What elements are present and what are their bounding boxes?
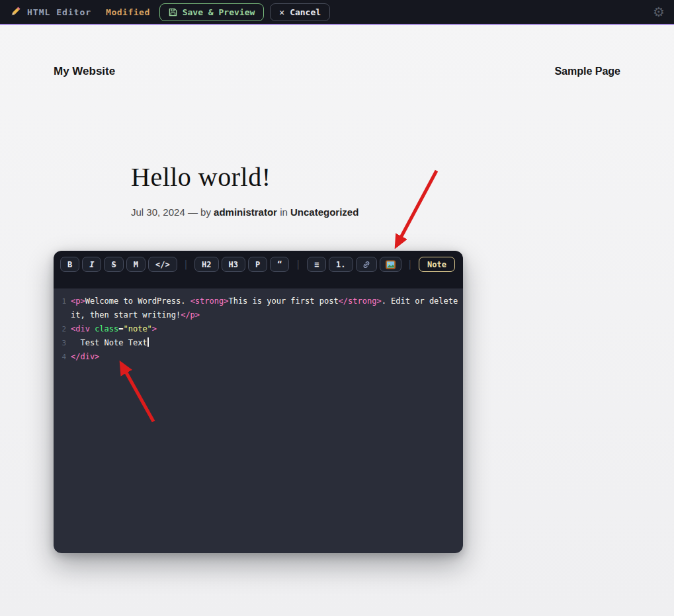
post-article: Hello world! Jul 30, 2024 — by administr… (131, 161, 541, 218)
toolbar-separator: | (183, 259, 189, 269)
cancel-button[interactable]: ✕ Cancel (270, 3, 330, 21)
post-date: Jul 30, 2024 (131, 206, 185, 218)
code-row: 4</div> (54, 350, 463, 364)
code-row: it, then start writing!</p> (54, 308, 463, 322)
modified-badge: Modified (106, 7, 150, 17)
post-category[interactable]: Uncategorized (290, 206, 358, 218)
html-editor-panel: B I S M </> | H2 H3 P “ | ≡ 1. (54, 251, 463, 553)
toolbar-separator: | (461, 259, 463, 269)
link-icon (362, 260, 371, 269)
link-button[interactable] (356, 257, 377, 272)
image-button[interactable] (380, 257, 401, 272)
meta-dash: — (188, 206, 198, 218)
paragraph-button[interactable]: P (248, 257, 267, 272)
app-title: HTML Editor (27, 7, 91, 17)
post-title: Hello world! (131, 161, 541, 193)
toolbar-separator: | (295, 259, 300, 269)
site-title: My Website (54, 65, 115, 78)
save-preview-button[interactable]: Save & Preview (159, 3, 265, 21)
heading2-button[interactable]: H2 (194, 257, 218, 272)
unordered-list-button[interactable]: ≡ (307, 257, 326, 272)
code-line[interactable]: Test Note Text (71, 336, 149, 350)
post-author[interactable]: administrator (214, 206, 277, 218)
code-button[interactable]: </> (148, 257, 177, 272)
bold-button[interactable]: B (60, 257, 79, 272)
line-number: 3 (54, 336, 71, 350)
code-line[interactable]: <div class="note"> (71, 322, 157, 336)
code-lines: 1<p>Welcome to WordPress. <strong>This i… (54, 294, 463, 364)
cancel-label: Cancel (290, 7, 321, 17)
code-row: 3 Test Note Text (54, 336, 463, 350)
note-button[interactable]: Note (419, 257, 455, 272)
topbar: HTML Editor Modified Save & Preview ✕ Ca… (0, 0, 674, 25)
heading3-button[interactable]: H3 (222, 257, 245, 272)
screen: HTML Editor Modified Save & Preview ✕ Ca… (0, 0, 674, 616)
close-icon: ✕ (279, 7, 284, 17)
italic-button[interactable]: I (82, 257, 101, 272)
pencil-icon (9, 6, 21, 18)
toolbar-separator: | (407, 259, 413, 269)
editor-toolbar: B I S M </> | H2 H3 P “ | ≡ 1. (54, 251, 463, 288)
meta-in-label: in (280, 206, 288, 218)
line-number: 2 (54, 322, 71, 336)
code-row: 2<div class="note"> (54, 322, 463, 336)
text-cursor (147, 337, 149, 347)
save-preview-label: Save & Preview (183, 7, 255, 17)
line-number (54, 308, 71, 322)
mark-button[interactable]: M (126, 257, 146, 272)
code-line[interactable]: <p>Welcome to WordPress. <strong>This is… (71, 294, 458, 308)
code-row: 1<p>Welcome to WordPress. <strong>This i… (54, 294, 463, 308)
ordered-list-button[interactable]: 1. (329, 257, 353, 272)
strikethrough-button[interactable]: S (104, 257, 123, 272)
code-editor-area[interactable]: 1<p>Welcome to WordPress. <strong>This i… (54, 288, 463, 553)
blockquote-button[interactable]: “ (270, 257, 289, 272)
floppy-disk-icon (169, 8, 177, 17)
meta-by-label: by (200, 206, 211, 218)
code-line[interactable]: it, then start writing!</p> (71, 308, 200, 322)
image-icon (386, 260, 396, 269)
gear-icon[interactable]: ⚙ (653, 5, 665, 19)
site-header: My Website Sample Page (54, 25, 620, 78)
page-content: My Website Sample Page Hello world! Jul … (54, 25, 620, 553)
code-line[interactable]: </div> (71, 350, 99, 364)
post-meta: Jul 30, 2024 — by administrator in Uncat… (131, 206, 541, 218)
nav-item-sample-page[interactable]: Sample Page (554, 66, 620, 77)
line-number: 4 (54, 350, 71, 364)
line-number: 1 (54, 294, 71, 308)
